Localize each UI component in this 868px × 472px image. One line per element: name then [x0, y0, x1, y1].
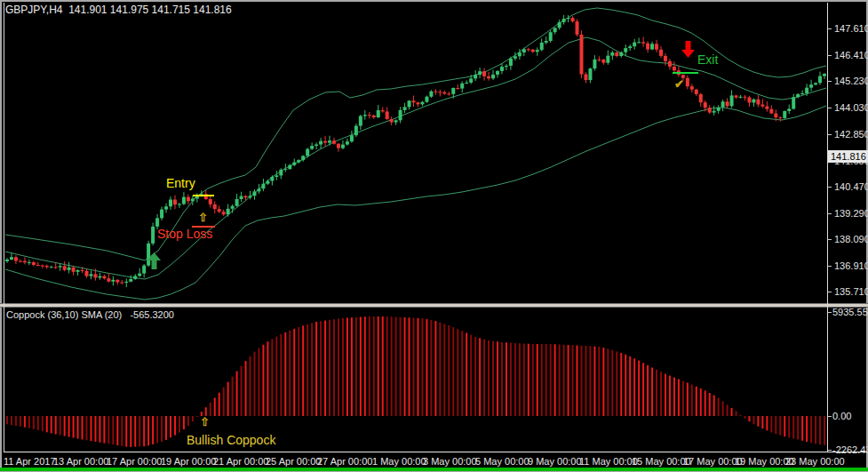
indicator-tick — [828, 312, 832, 313]
candle-body — [390, 119, 394, 123]
candle-body — [129, 279, 132, 282]
indicator-tick-label: 0.00 — [832, 411, 851, 421]
ohlc-readout: 141.901 141.975 141.715 141.816 — [68, 4, 232, 16]
candle-body — [28, 262, 31, 263]
candle-body — [624, 48, 627, 52]
candle-body — [509, 59, 513, 66]
candle-body — [708, 108, 712, 112]
price-tick — [828, 28, 832, 29]
candle-body — [301, 156, 305, 160]
candle-body — [579, 35, 583, 75]
candle-body — [32, 262, 36, 265]
candle-body — [553, 28, 557, 32]
candle-body — [173, 200, 177, 205]
candle-body — [549, 32, 553, 41]
time-tick-label: 23 May 00:00 — [785, 456, 845, 467]
candle-body — [368, 115, 371, 116]
candle-body — [337, 144, 340, 148]
buy-arrow-icon — [147, 252, 162, 270]
plot-right-border — [827, 3, 828, 452]
status-strip — [0, 468, 868, 471]
time-tick-label: 21 Apr 00:00 — [213, 456, 268, 467]
candle-body — [540, 43, 544, 50]
candle-body — [182, 197, 186, 204]
candle-body — [155, 218, 159, 226]
candle-body — [434, 92, 437, 92]
time-axis-separator — [4, 452, 866, 452]
price-tick-label: 147.610 — [834, 23, 868, 34]
time-tick-label: 11 May 00:00 — [579, 456, 638, 467]
candle-body — [399, 110, 402, 120]
candle-body — [491, 75, 495, 78]
candle-body — [227, 209, 230, 214]
candle-body — [240, 196, 243, 199]
candle-body — [469, 78, 473, 83]
candle-body — [756, 100, 760, 105]
candle-body — [222, 212, 226, 214]
candle-body — [10, 257, 13, 260]
exit-label: Exit — [697, 52, 718, 67]
candle-body — [350, 135, 354, 141]
candle-body — [133, 276, 137, 278]
price-tick-label: 140.470 — [834, 181, 868, 192]
candle-body — [249, 196, 252, 197]
mt4-chart-window: GBPJPY,H4 141.901 141.975 141.715 141.81… — [0, 0, 868, 472]
indicator-title: Coppock (36,10) SMA (20) -565.3200 — [6, 309, 174, 320]
candle-body — [372, 116, 376, 117]
candle-body — [769, 109, 773, 114]
candle-body — [783, 111, 786, 118]
time-tick-label: 27 Apr 00:00 — [317, 456, 372, 467]
candle-body — [823, 74, 826, 76]
candle-body — [650, 44, 654, 49]
candle-body — [752, 100, 755, 103]
plot-left-border — [4, 3, 4, 452]
candle-body — [81, 270, 84, 271]
candle-body — [659, 50, 663, 56]
candle-body — [686, 78, 689, 86]
candle-body — [386, 111, 389, 119]
price-tick-label: 138.090 — [834, 234, 868, 244]
price-tick-label: 145.230 — [834, 76, 868, 86]
price-tick — [828, 213, 832, 214]
candle-body — [420, 102, 424, 105]
sell-arrow-icon — [681, 40, 696, 58]
candle-body — [23, 261, 27, 263]
candle-body — [747, 97, 751, 102]
candle-body — [394, 120, 398, 122]
candle-body — [730, 95, 734, 106]
candle-body — [628, 46, 632, 48]
candle-body — [310, 146, 314, 149]
candle-body — [601, 60, 605, 63]
time-tick-label: 25 Apr 00:00 — [266, 456, 321, 467]
candle-body — [151, 227, 155, 244]
entry-label: Entry — [166, 176, 195, 190]
stop-loss-line — [192, 226, 215, 228]
candle-body — [451, 88, 455, 94]
price-chart-canvas[interactable] — [4, 3, 827, 303]
candle-body — [412, 100, 416, 102]
candle-body — [416, 102, 419, 104]
candle-body — [522, 49, 526, 52]
candle-body — [637, 42, 641, 43]
candle-body — [460, 84, 464, 89]
candle-body — [792, 97, 795, 108]
candle-body — [774, 114, 777, 118]
candle-body — [500, 67, 504, 71]
candle-body — [120, 283, 123, 284]
candle-body — [266, 181, 269, 184]
candle-body — [160, 210, 163, 219]
candle-body — [818, 76, 822, 84]
coppock-indicator-canvas[interactable] — [4, 308, 827, 452]
checkmark-icon: ✔ — [674, 78, 684, 90]
price-tick — [828, 55, 832, 56]
candle-body — [531, 50, 535, 52]
time-tick-label: 5 May 00:00 — [475, 456, 530, 467]
exit-price-line — [673, 72, 698, 74]
indicator-tick — [828, 416, 832, 417]
candle-body — [63, 266, 67, 270]
indicator-tick-label: 5935.5505 — [832, 307, 868, 317]
candle-body — [765, 107, 768, 109]
candle-body — [545, 41, 548, 43]
candle-body — [231, 206, 235, 209]
candle-body — [425, 97, 428, 102]
